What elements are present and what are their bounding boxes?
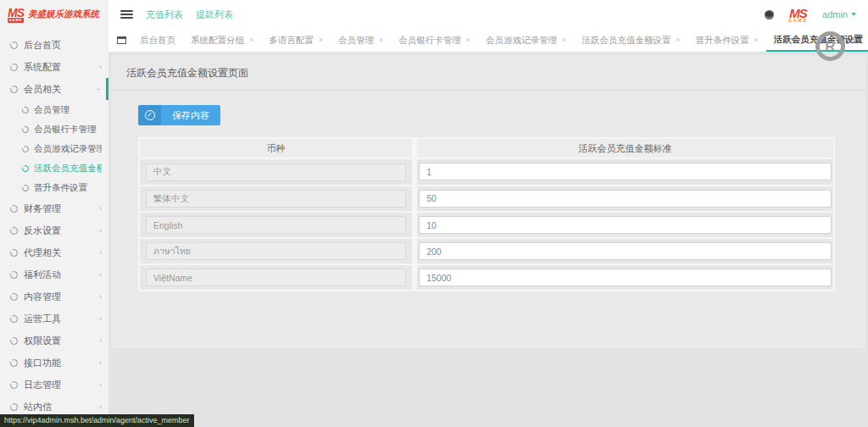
- chevron-right-icon: ›: [99, 381, 102, 389]
- circle-icon: [10, 249, 18, 257]
- chevron-right-icon: ›: [99, 227, 102, 235]
- circle-icon: [22, 146, 29, 152]
- main-area: 后台首页 系统配置分组 × 多语言配置 × 会员管理 × 会员银行卡管理 × 会…: [108, 29, 868, 427]
- user-menu[interactable]: admin: [822, 9, 856, 19]
- currency-field[interactable]: [146, 164, 406, 181]
- sidebar-item-content[interactable]: 内容管理 ›: [0, 286, 108, 308]
- close-icon[interactable]: ×: [466, 36, 470, 44]
- table-row: [140, 186, 833, 214]
- sidebar-item-finance[interactable]: 财务管理 ›: [0, 197, 108, 219]
- content-panel: 活跃会员充值金额设置页面 ✓ 保存内容 币种 活跃会员充值金额标准: [111, 55, 865, 348]
- tab-member-game-records[interactable]: 会员游戏记录管理 ×: [478, 29, 574, 52]
- sidebar-item-permissions[interactable]: 权限设置 ›: [0, 330, 108, 352]
- tab-active-member-recharge-1[interactable]: 活跃会员充值金额设置 ×: [574, 29, 687, 52]
- close-icon[interactable]: ×: [676, 36, 680, 44]
- currency-field[interactable]: [146, 190, 406, 208]
- circle-icon: [10, 381, 18, 389]
- close-icon[interactable]: ×: [379, 36, 383, 44]
- tab-system-config-group[interactable]: 系统配置分组 ×: [183, 29, 261, 52]
- home-icon[interactable]: [117, 36, 126, 44]
- circle-icon: [10, 403, 18, 411]
- save-button-label: 保存内容: [161, 105, 220, 125]
- circle-icon: [10, 293, 18, 301]
- chevron-right-icon: ›: [99, 271, 102, 279]
- table-header-row: 币种 活跃会员充值金额标准: [140, 139, 833, 159]
- topbar-main: 充值列表 提款列表 MS GAME admin: [108, 0, 868, 29]
- table-row: [140, 239, 833, 265]
- column-header-standard: 活跃会员充值金额标准: [417, 139, 833, 159]
- close-icon[interactable]: ×: [562, 36, 566, 44]
- globe-icon[interactable]: [765, 10, 774, 19]
- chevron-right-icon: ›: [99, 403, 102, 411]
- registered-trademark-logo[interactable]: R: [815, 31, 845, 61]
- hamburger-icon[interactable]: [120, 10, 133, 19]
- link-preview-tooltip: https://vip4admin.msh.bet/admin/agent/ac…: [0, 414, 194, 427]
- sidebar-item-home[interactable]: 后台首页: [0, 34, 108, 56]
- chevron-right-icon: ›: [99, 64, 102, 71]
- caret-down-icon: ▾: [857, 37, 860, 44]
- brand-title: 美盛娱乐游戏系统: [28, 8, 99, 20]
- page-title: 活跃会员充值金额设置页面: [111, 55, 865, 90]
- circle-icon: [22, 126, 29, 133]
- caret-down-icon: [851, 13, 856, 16]
- sidebar-item-member-related[interactable]: 会员相关 ›: [0, 78, 108, 100]
- amount-field[interactable]: [419, 242, 832, 260]
- currency-field[interactable]: [146, 242, 406, 260]
- widget-menu[interactable]: ≡ ▾: [852, 36, 860, 45]
- circle-icon: [10, 42, 18, 49]
- tab-promotion-conditions[interactable]: 晋升条件设置 ×: [688, 29, 766, 52]
- ms-game-logo: MS GAME: [788, 7, 808, 23]
- topnav-recharge-list[interactable]: 充值列表: [146, 8, 183, 21]
- sidebar-item-logs[interactable]: 日志管理 ›: [0, 374, 108, 396]
- close-icon[interactable]: ×: [249, 36, 253, 44]
- settings-table: 币种 活跃会员充值金额标准: [138, 137, 835, 291]
- toolbar: ✓ 保存内容: [111, 91, 865, 137]
- sidebar-item-api[interactable]: 接口功能 ›: [0, 352, 108, 374]
- sidebar-subitem-member-management[interactable]: 会员管理: [0, 100, 108, 119]
- sidebar-subitem-active-member-recharge[interactable]: 活跃会员充值金额设置: [0, 158, 108, 178]
- amount-field[interactable]: [419, 269, 832, 286]
- circle-icon: [22, 185, 29, 191]
- chevron-right-icon: ›: [99, 359, 102, 367]
- sidebar-item-system-config[interactable]: 系统配置 ›: [0, 56, 108, 78]
- amount-field[interactable]: [419, 216, 832, 234]
- circle-icon: [10, 205, 18, 213]
- currency-field[interactable]: [146, 269, 406, 286]
- chevron-down-icon: ›: [94, 88, 102, 91]
- circle-icon: [10, 271, 18, 279]
- tab-multilanguage[interactable]: 多语言配置 ×: [261, 29, 331, 52]
- chevron-right-icon: ›: [99, 293, 102, 301]
- tab-member-management[interactable]: 会员管理 ×: [331, 29, 391, 52]
- chevron-right-icon: ›: [99, 249, 102, 257]
- table-row: [140, 213, 833, 239]
- circle-icon: [10, 227, 18, 235]
- brand-logo: MS GAME 美盛娱乐游戏系统: [0, 0, 108, 29]
- amount-field[interactable]: [419, 163, 832, 180]
- tab-home[interactable]: 后台首页: [132, 29, 183, 52]
- menu-icon: ≡: [852, 36, 856, 45]
- circle-icon: [22, 107, 29, 114]
- close-icon[interactable]: ×: [319, 36, 323, 44]
- sidebar-item-agent[interactable]: 代理相关 ›: [0, 241, 108, 263]
- column-header-currency: 币种: [140, 139, 417, 159]
- topnav-withdraw-list[interactable]: 提款列表: [196, 8, 233, 21]
- close-icon[interactable]: ×: [754, 36, 759, 44]
- sidebar: 后台首页 系统配置 › 会员相关 › 会员管理 会员银行卡管理 会员游戏记录管理…: [0, 29, 108, 427]
- currency-field[interactable]: [146, 216, 406, 234]
- top-header: MS GAME 美盛娱乐游戏系统 充值列表 提款列表 MS GAME admin: [0, 0, 868, 29]
- circle-icon: [10, 315, 18, 323]
- sidebar-item-welfare[interactable]: 福利活动 ›: [0, 263, 108, 286]
- tab-member-bankcard[interactable]: 会员银行卡管理 ×: [391, 29, 478, 52]
- sidebar-item-operation-tools[interactable]: 运营工具 ›: [0, 308, 108, 330]
- circle-icon: [10, 337, 18, 345]
- sidebar-subitem-promotion-conditions[interactable]: 晋升条件设置: [0, 178, 108, 197]
- chevron-right-icon: ›: [99, 315, 102, 323]
- sidebar-subitem-member-game-records[interactable]: 会员游戏记录管理: [0, 139, 108, 158]
- save-button[interactable]: ✓ 保存内容: [138, 105, 220, 125]
- sidebar-subitem-member-bankcard[interactable]: 会员银行卡管理: [0, 119, 108, 139]
- ms-logo-icon: MS GAME: [8, 7, 24, 23]
- check-icon: ✓: [138, 105, 161, 125]
- sidebar-item-rebate[interactable]: 反水设置 ›: [0, 219, 108, 241]
- amount-field[interactable]: [419, 190, 832, 208]
- circle-icon: [10, 359, 18, 367]
